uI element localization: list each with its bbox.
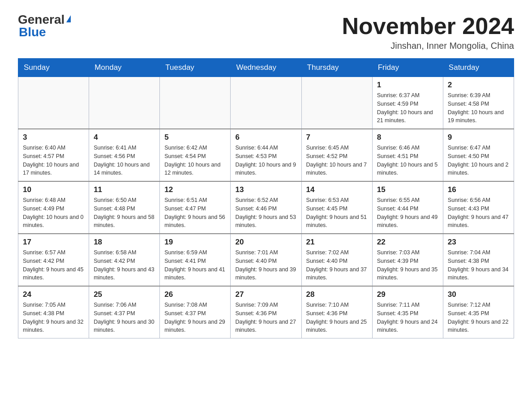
day-number: 24 <box>23 290 84 299</box>
calendar-cell: 9Sunrise: 6:47 AMSunset: 4:50 PMDaylight… <box>443 129 514 181</box>
day-sun-info: Sunrise: 7:01 AMSunset: 4:40 PMDaylight:… <box>235 248 296 282</box>
day-sun-info: Sunrise: 6:58 AMSunset: 4:42 PMDaylight:… <box>94 248 155 282</box>
day-number: 15 <box>377 185 438 194</box>
location-subtitle: Jinshan, Inner Mongolia, China <box>342 41 514 51</box>
column-header-sunday: Sunday <box>18 59 89 77</box>
day-sun-info: Sunrise: 7:12 AMSunset: 4:35 PMDaylight:… <box>448 301 509 334</box>
logo-blue-text: Blue <box>19 26 46 39</box>
day-number: 27 <box>235 290 296 299</box>
calendar-cell <box>160 77 231 129</box>
day-sun-info: Sunrise: 6:51 AMSunset: 4:47 PMDaylight:… <box>164 196 226 230</box>
calendar-header-row: SundayMondayTuesdayWednesdayThursdayFrid… <box>18 59 514 77</box>
calendar-cell: 18Sunrise: 6:58 AMSunset: 4:42 PMDayligh… <box>89 234 160 286</box>
day-number: 1 <box>377 81 438 90</box>
day-number: 30 <box>448 290 509 299</box>
day-sun-info: Sunrise: 6:45 AMSunset: 4:52 PMDaylight:… <box>306 144 368 177</box>
calendar-cell: 16Sunrise: 6:56 AMSunset: 4:43 PMDayligh… <box>443 181 514 234</box>
calendar-week-row: 1Sunrise: 6:37 AMSunset: 4:59 PMDaylight… <box>18 77 514 129</box>
calendar-cell <box>231 77 301 129</box>
calendar-cell: 17Sunrise: 6:57 AMSunset: 4:42 PMDayligh… <box>18 234 89 286</box>
day-number: 20 <box>235 238 296 247</box>
day-sun-info: Sunrise: 7:08 AMSunset: 4:37 PMDaylight:… <box>164 301 226 334</box>
day-sun-info: Sunrise: 6:53 AMSunset: 4:45 PMDaylight:… <box>306 196 368 230</box>
calendar-cell: 26Sunrise: 7:08 AMSunset: 4:37 PMDayligh… <box>160 286 231 338</box>
day-sun-info: Sunrise: 6:48 AMSunset: 4:49 PMDaylight:… <box>23 196 84 230</box>
calendar-cell: 1Sunrise: 6:37 AMSunset: 4:59 PMDaylight… <box>372 77 443 129</box>
day-number: 14 <box>306 185 368 194</box>
logo-triangle-icon <box>66 15 71 22</box>
day-sun-info: Sunrise: 6:41 AMSunset: 4:56 PMDaylight:… <box>94 144 155 177</box>
day-number: 16 <box>448 185 509 194</box>
day-sun-info: Sunrise: 6:52 AMSunset: 4:46 PMDaylight:… <box>235 196 296 230</box>
day-sun-info: Sunrise: 7:09 AMSunset: 4:36 PMDaylight:… <box>235 301 296 334</box>
day-number: 8 <box>377 133 438 142</box>
day-number: 10 <box>23 185 84 194</box>
day-sun-info: Sunrise: 6:57 AMSunset: 4:42 PMDaylight:… <box>23 248 84 282</box>
calendar-week-row: 24Sunrise: 7:05 AMSunset: 4:38 PMDayligh… <box>18 286 514 338</box>
calendar-cell: 2Sunrise: 6:39 AMSunset: 4:58 PMDaylight… <box>443 77 514 129</box>
calendar-cell: 12Sunrise: 6:51 AMSunset: 4:47 PMDayligh… <box>160 181 231 234</box>
day-sun-info: Sunrise: 7:10 AMSunset: 4:36 PMDaylight:… <box>306 301 368 334</box>
column-header-monday: Monday <box>89 59 160 77</box>
day-number: 28 <box>306 290 368 299</box>
calendar-cell: 19Sunrise: 6:59 AMSunset: 4:41 PMDayligh… <box>160 234 231 286</box>
column-header-wednesday: Wednesday <box>231 59 301 77</box>
day-sun-info: Sunrise: 6:55 AMSunset: 4:44 PMDaylight:… <box>377 196 438 230</box>
calendar-cell: 20Sunrise: 7:01 AMSunset: 4:40 PMDayligh… <box>231 234 301 286</box>
column-header-friday: Friday <box>372 59 443 77</box>
calendar-cell <box>18 77 89 129</box>
calendar-cell: 28Sunrise: 7:10 AMSunset: 4:36 PMDayligh… <box>301 286 372 338</box>
day-number: 7 <box>306 133 368 142</box>
calendar-cell <box>89 77 160 129</box>
day-sun-info: Sunrise: 7:06 AMSunset: 4:37 PMDaylight:… <box>94 301 155 334</box>
day-number: 25 <box>94 290 155 299</box>
calendar-week-row: 10Sunrise: 6:48 AMSunset: 4:49 PMDayligh… <box>18 181 514 234</box>
calendar-cell: 5Sunrise: 6:42 AMSunset: 4:54 PMDaylight… <box>160 129 231 181</box>
day-sun-info: Sunrise: 6:56 AMSunset: 4:43 PMDaylight:… <box>448 196 509 230</box>
column-header-saturday: Saturday <box>443 59 514 77</box>
calendar-cell: 27Sunrise: 7:09 AMSunset: 4:36 PMDayligh… <box>231 286 301 338</box>
day-number: 23 <box>448 238 509 247</box>
day-number: 2 <box>448 81 509 90</box>
calendar-cell: 11Sunrise: 6:50 AMSunset: 4:48 PMDayligh… <box>89 181 160 234</box>
calendar-cell: 14Sunrise: 6:53 AMSunset: 4:45 PMDayligh… <box>301 181 372 234</box>
day-number: 12 <box>164 185 226 194</box>
day-number: 9 <box>448 133 509 142</box>
day-sun-info: Sunrise: 6:46 AMSunset: 4:51 PMDaylight:… <box>377 144 438 177</box>
calendar-table: SundayMondayTuesdayWednesdayThursdayFrid… <box>18 58 514 338</box>
title-section: November 2024 Jinshan, Inner Mongolia, C… <box>342 13 514 51</box>
day-sun-info: Sunrise: 6:44 AMSunset: 4:53 PMDaylight:… <box>235 144 296 177</box>
day-sun-info: Sunrise: 6:39 AMSunset: 4:58 PMDaylight:… <box>448 91 509 125</box>
calendar-cell: 23Sunrise: 7:04 AMSunset: 4:38 PMDayligh… <box>443 234 514 286</box>
column-header-tuesday: Tuesday <box>160 59 231 77</box>
day-number: 29 <box>377 290 438 299</box>
day-sun-info: Sunrise: 7:04 AMSunset: 4:38 PMDaylight:… <box>448 248 509 282</box>
day-number: 3 <box>23 133 84 142</box>
calendar-cell: 29Sunrise: 7:11 AMSunset: 4:35 PMDayligh… <box>372 286 443 338</box>
day-sun-info: Sunrise: 7:05 AMSunset: 4:38 PMDaylight:… <box>23 301 84 334</box>
calendar-cell: 21Sunrise: 7:02 AMSunset: 4:40 PMDayligh… <box>301 234 372 286</box>
day-sun-info: Sunrise: 6:40 AMSunset: 4:57 PMDaylight:… <box>23 144 84 177</box>
calendar-cell: 25Sunrise: 7:06 AMSunset: 4:37 PMDayligh… <box>89 286 160 338</box>
day-number: 6 <box>235 133 296 142</box>
page-header: General Blue November 2024 Jinshan, Inne… <box>18 13 514 51</box>
day-number: 18 <box>94 238 155 247</box>
day-sun-info: Sunrise: 6:47 AMSunset: 4:50 PMDaylight:… <box>448 144 509 177</box>
day-number: 21 <box>306 238 368 247</box>
day-sun-info: Sunrise: 6:37 AMSunset: 4:59 PMDaylight:… <box>377 91 438 125</box>
calendar-cell: 8Sunrise: 6:46 AMSunset: 4:51 PMDaylight… <box>372 129 443 181</box>
calendar-cell: 15Sunrise: 6:55 AMSunset: 4:44 PMDayligh… <box>372 181 443 234</box>
day-sun-info: Sunrise: 6:42 AMSunset: 4:54 PMDaylight:… <box>164 144 226 177</box>
day-number: 17 <box>23 238 84 247</box>
calendar-cell <box>301 77 372 129</box>
calendar-week-row: 17Sunrise: 6:57 AMSunset: 4:42 PMDayligh… <box>18 234 514 286</box>
day-sun-info: Sunrise: 6:59 AMSunset: 4:41 PMDaylight:… <box>164 248 226 282</box>
day-number: 19 <box>164 238 226 247</box>
logo-general-text: General <box>18 13 64 26</box>
calendar-cell: 24Sunrise: 7:05 AMSunset: 4:38 PMDayligh… <box>18 286 89 338</box>
calendar-cell: 22Sunrise: 7:03 AMSunset: 4:39 PMDayligh… <box>372 234 443 286</box>
day-sun-info: Sunrise: 7:02 AMSunset: 4:40 PMDaylight:… <box>306 248 368 282</box>
column-header-thursday: Thursday <box>301 59 372 77</box>
day-number: 4 <box>94 133 155 142</box>
calendar-cell: 3Sunrise: 6:40 AMSunset: 4:57 PMDaylight… <box>18 129 89 181</box>
